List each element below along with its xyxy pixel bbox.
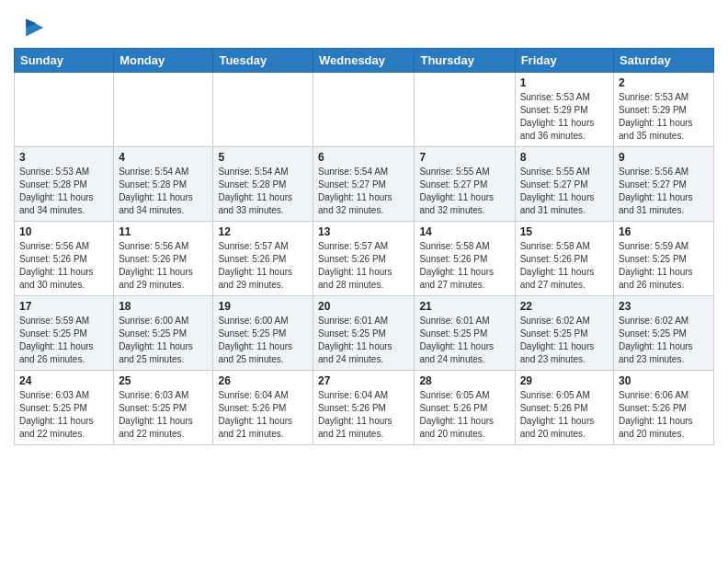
day-info: Sunrise: 6:02 AM Sunset: 5:25 PM Dayligh…: [520, 315, 609, 366]
day-number: 20: [318, 300, 409, 313]
day-info: Sunrise: 5:57 AM Sunset: 5:26 PM Dayligh…: [318, 240, 409, 292]
day-number: 26: [218, 374, 308, 387]
logo: [14, 13, 45, 42]
calendar-cell: [213, 73, 313, 147]
day-number: 13: [318, 225, 409, 238]
weekday-header: Thursday: [415, 49, 515, 73]
day-info: Sunrise: 6:05 AM Sunset: 5:26 PM Dayligh…: [419, 389, 509, 441]
day-info: Sunrise: 6:00 AM Sunset: 5:25 PM Dayligh…: [119, 315, 208, 366]
day-info: Sunrise: 6:01 AM Sunset: 5:25 PM Dayligh…: [419, 315, 509, 366]
calendar-cell: 4Sunrise: 5:54 AM Sunset: 5:28 PM Daylig…: [114, 147, 213, 222]
calendar-cell: 28Sunrise: 6:05 AM Sunset: 5:26 PM Dayli…: [415, 371, 515, 445]
day-number: 19: [218, 300, 308, 313]
day-info: Sunrise: 5:59 AM Sunset: 5:25 PM Dayligh…: [619, 240, 709, 292]
calendar-cell: 17Sunrise: 5:59 AM Sunset: 5:25 PM Dayli…: [15, 296, 114, 371]
calendar-cell: 23Sunrise: 6:02 AM Sunset: 5:25 PM Dayli…: [614, 296, 714, 371]
day-info: Sunrise: 6:00 AM Sunset: 5:25 PM Dayligh…: [218, 315, 308, 366]
day-info: Sunrise: 5:58 AM Sunset: 5:26 PM Dayligh…: [520, 240, 609, 292]
day-info: Sunrise: 6:03 AM Sunset: 5:25 PM Dayligh…: [119, 389, 208, 441]
calendar-cell: 20Sunrise: 6:01 AM Sunset: 5:25 PM Dayli…: [313, 296, 415, 371]
day-info: Sunrise: 6:06 AM Sunset: 5:26 PM Dayligh…: [619, 389, 709, 441]
calendar-cell: 27Sunrise: 6:04 AM Sunset: 5:26 PM Dayli…: [313, 371, 415, 445]
day-number: 17: [19, 300, 108, 313]
calendar-cell: 14Sunrise: 5:58 AM Sunset: 5:26 PM Dayli…: [415, 222, 515, 296]
calendar-cell: 13Sunrise: 5:57 AM Sunset: 5:26 PM Dayli…: [313, 222, 415, 296]
day-number: 30: [619, 374, 709, 387]
calendar-cell: 18Sunrise: 6:00 AM Sunset: 5:25 PM Dayli…: [114, 296, 213, 371]
weekday-header: Tuesday: [213, 49, 313, 73]
calendar-cell: [313, 73, 415, 147]
day-number: 5: [218, 151, 308, 164]
calendar-header-row: SundayMondayTuesdayWednesdayThursdayFrid…: [15, 49, 714, 73]
day-info: Sunrise: 6:04 AM Sunset: 5:26 PM Dayligh…: [318, 389, 409, 441]
day-info: Sunrise: 5:54 AM Sunset: 5:28 PM Dayligh…: [119, 166, 208, 217]
calendar-cell: 3Sunrise: 5:53 AM Sunset: 5:28 PM Daylig…: [15, 147, 114, 222]
calendar-cell: 2Sunrise: 5:53 AM Sunset: 5:29 PM Daylig…: [614, 73, 714, 147]
calendar-cell: 7Sunrise: 5:55 AM Sunset: 5:27 PM Daylig…: [415, 147, 515, 222]
calendar-cell: 8Sunrise: 5:55 AM Sunset: 5:27 PM Daylig…: [515, 147, 613, 222]
calendar-cell: [15, 73, 114, 147]
calendar-week-row: 24Sunrise: 6:03 AM Sunset: 5:25 PM Dayli…: [15, 371, 714, 445]
weekday-header: Wednesday: [313, 49, 415, 73]
calendar-week-row: 17Sunrise: 5:59 AM Sunset: 5:25 PM Dayli…: [15, 296, 714, 371]
day-number: 28: [419, 374, 509, 387]
calendar-cell: 15Sunrise: 5:58 AM Sunset: 5:26 PM Dayli…: [515, 222, 613, 296]
calendar-week-row: 3Sunrise: 5:53 AM Sunset: 5:28 PM Daylig…: [15, 147, 714, 222]
day-info: Sunrise: 5:53 AM Sunset: 5:29 PM Dayligh…: [619, 91, 709, 143]
weekday-header: Monday: [114, 49, 213, 73]
day-info: Sunrise: 5:54 AM Sunset: 5:28 PM Dayligh…: [218, 166, 308, 217]
day-number: 21: [419, 300, 509, 313]
day-info: Sunrise: 5:55 AM Sunset: 5:27 PM Dayligh…: [520, 166, 609, 217]
day-number: 1: [520, 76, 609, 89]
day-info: Sunrise: 5:55 AM Sunset: 5:27 PM Dayligh…: [419, 166, 509, 217]
calendar-cell: 22Sunrise: 6:02 AM Sunset: 5:25 PM Dayli…: [515, 296, 613, 371]
weekday-header: Sunday: [15, 49, 114, 73]
page: SundayMondayTuesdayWednesdayThursdayFrid…: [0, 0, 728, 459]
day-number: 14: [419, 225, 509, 238]
day-number: 29: [520, 374, 609, 387]
day-number: 3: [19, 151, 108, 164]
day-number: 7: [419, 151, 509, 164]
calendar-cell: 21Sunrise: 6:01 AM Sunset: 5:25 PM Dayli…: [415, 296, 515, 371]
weekday-header: Friday: [515, 49, 613, 73]
day-number: 11: [119, 225, 208, 238]
day-number: 2: [619, 76, 709, 89]
calendar-cell: [114, 73, 213, 147]
day-info: Sunrise: 5:56 AM Sunset: 5:26 PM Dayligh…: [119, 240, 208, 292]
day-number: 23: [619, 300, 709, 313]
calendar-cell: 24Sunrise: 6:03 AM Sunset: 5:25 PM Dayli…: [15, 371, 114, 445]
calendar-cell: 12Sunrise: 5:57 AM Sunset: 5:26 PM Dayli…: [213, 222, 313, 296]
day-info: Sunrise: 6:04 AM Sunset: 5:26 PM Dayligh…: [218, 389, 308, 441]
header: [14, 9, 714, 42]
weekday-header: Saturday: [614, 49, 714, 73]
day-number: 22: [520, 300, 609, 313]
calendar-cell: 16Sunrise: 5:59 AM Sunset: 5:25 PM Dayli…: [614, 222, 714, 296]
calendar-cell: 6Sunrise: 5:54 AM Sunset: 5:27 PM Daylig…: [313, 147, 415, 222]
day-number: 4: [119, 151, 208, 164]
calendar-cell: 1Sunrise: 5:53 AM Sunset: 5:29 PM Daylig…: [515, 73, 613, 147]
day-number: 6: [318, 151, 409, 164]
calendar-week-row: 1Sunrise: 5:53 AM Sunset: 5:29 PM Daylig…: [15, 73, 714, 147]
day-number: 18: [119, 300, 208, 313]
day-number: 15: [520, 225, 609, 238]
day-info: Sunrise: 5:56 AM Sunset: 5:26 PM Dayligh…: [19, 240, 108, 292]
day-info: Sunrise: 6:02 AM Sunset: 5:25 PM Dayligh…: [619, 315, 709, 366]
day-number: 24: [19, 374, 108, 387]
calendar-cell: 30Sunrise: 6:06 AM Sunset: 5:26 PM Dayli…: [614, 371, 714, 445]
day-info: Sunrise: 5:56 AM Sunset: 5:27 PM Dayligh…: [619, 166, 709, 217]
calendar-table: SundayMondayTuesdayWednesdayThursdayFrid…: [14, 48, 714, 445]
calendar-cell: 10Sunrise: 5:56 AM Sunset: 5:26 PM Dayli…: [15, 222, 114, 296]
logo-icon: [16, 13, 45, 42]
day-info: Sunrise: 6:05 AM Sunset: 5:26 PM Dayligh…: [520, 389, 609, 441]
day-info: Sunrise: 5:57 AM Sunset: 5:26 PM Dayligh…: [218, 240, 308, 292]
calendar-cell: 26Sunrise: 6:04 AM Sunset: 5:26 PM Dayli…: [213, 371, 313, 445]
day-number: 10: [19, 225, 108, 238]
day-number: 12: [218, 225, 308, 238]
calendar-cell: 5Sunrise: 5:54 AM Sunset: 5:28 PM Daylig…: [213, 147, 313, 222]
calendar-cell: 19Sunrise: 6:00 AM Sunset: 5:25 PM Dayli…: [213, 296, 313, 371]
day-info: Sunrise: 5:53 AM Sunset: 5:29 PM Dayligh…: [520, 91, 609, 143]
day-info: Sunrise: 6:03 AM Sunset: 5:25 PM Dayligh…: [19, 389, 108, 441]
day-number: 9: [619, 151, 709, 164]
calendar-cell: 11Sunrise: 5:56 AM Sunset: 5:26 PM Dayli…: [114, 222, 213, 296]
day-info: Sunrise: 5:59 AM Sunset: 5:25 PM Dayligh…: [19, 315, 108, 366]
